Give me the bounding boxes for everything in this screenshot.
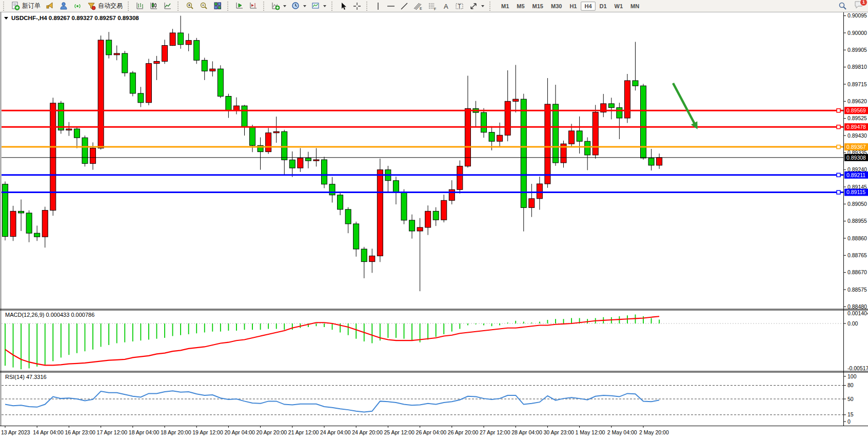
auto-scroll-icon xyxy=(235,2,244,10)
line-chart-icon xyxy=(164,2,172,10)
rsi-label: RSI(14) 47.3316 xyxy=(5,374,47,380)
cursor-icon xyxy=(340,2,348,10)
bear-candle xyxy=(393,181,399,192)
trendline-icon xyxy=(400,2,408,10)
auto-trading-button[interactable]: 自动交易 xyxy=(85,1,125,12)
notifications-button[interactable]: 1 xyxy=(854,1,864,11)
arrows-tool-button[interactable] xyxy=(467,1,486,12)
new-order-icon xyxy=(11,2,20,10)
timeframe-mn-button[interactable]: MN xyxy=(627,2,643,11)
svg-text:A: A xyxy=(444,3,448,10)
vertical-line-icon xyxy=(374,2,382,10)
chart-title: USDCHF-,H4 0.89267 0.89327 0.89257 0.893… xyxy=(11,15,139,21)
bull-candle xyxy=(497,135,503,141)
text-tool-button[interactable]: A xyxy=(440,1,452,12)
price-tick: 0.89430 xyxy=(847,132,867,139)
svg-text:F: F xyxy=(434,7,436,10)
bear-candle xyxy=(617,108,622,118)
new-order-button[interactable]: 新订单 xyxy=(9,1,43,12)
timeframe-m30-button[interactable]: M30 xyxy=(547,2,565,11)
usdchf-h4-chart[interactable]: 0.900950.900000.899050.898100.897150.896… xyxy=(0,12,868,439)
time-label: 20 Apr 04:00 xyxy=(224,429,255,435)
bear-candle xyxy=(242,106,247,127)
bear-candle xyxy=(178,33,184,45)
bear-candle xyxy=(489,132,495,142)
timeframe-d1-button[interactable]: D1 xyxy=(596,2,610,11)
timeframe-m1-button[interactable]: M1 xyxy=(498,2,512,11)
time-label: 30 Apr 23:00 xyxy=(543,429,574,435)
timeframe-h4-button[interactable]: H4 xyxy=(581,2,595,11)
bull-candle xyxy=(98,40,104,148)
sounds-button[interactable] xyxy=(44,1,56,12)
chart-shift-icon xyxy=(249,2,258,10)
candle-chart-mode-button[interactable] xyxy=(148,1,161,12)
zoom-in-button[interactable] xyxy=(184,1,196,12)
text-icon: A xyxy=(442,2,450,10)
time-label: 16 Apr 23:00 xyxy=(65,429,95,435)
price-tick: 0.88860 xyxy=(847,235,867,241)
chart-shift-button[interactable] xyxy=(247,1,260,12)
tile-windows-button[interactable] xyxy=(211,1,224,12)
chart-window[interactable]: 0.900950.900000.899050.898100.897150.896… xyxy=(0,12,868,439)
bear-candle xyxy=(226,97,231,110)
bear-candle xyxy=(26,213,32,233)
fibonacci-tool-button[interactable]: F xyxy=(426,1,439,12)
price-tick: 0.90095 xyxy=(847,12,867,18)
time-label: 26 Apr 04:00 xyxy=(416,429,447,435)
price-tag: 0.89115 xyxy=(846,189,865,195)
indicators-button[interactable] xyxy=(269,1,288,12)
rsi-tick: 80 xyxy=(847,382,854,388)
trendline-tool-button[interactable] xyxy=(398,1,410,12)
bear-candle xyxy=(74,129,80,138)
bull-candle xyxy=(624,81,630,118)
bear-candle xyxy=(34,233,40,237)
bar-chart-icon xyxy=(136,2,145,10)
price-tick: 0.88765 xyxy=(847,252,867,258)
signals-button[interactable] xyxy=(71,1,84,12)
timeframe-m5-button[interactable]: M5 xyxy=(513,2,528,11)
bear-candle xyxy=(18,211,24,213)
text-label-tool-button[interactable]: T xyxy=(453,1,466,12)
line-chart-mode-button[interactable] xyxy=(162,1,174,12)
templates-button[interactable] xyxy=(309,1,328,12)
zoom-out-button[interactable] xyxy=(198,1,210,12)
bear-candle xyxy=(322,160,327,184)
timeframe-w1-button[interactable]: W1 xyxy=(611,2,627,11)
vline-tool-button[interactable] xyxy=(372,1,384,12)
vps-button[interactable] xyxy=(57,1,70,12)
bear-candle xyxy=(345,209,351,224)
auto-trading-label: 自动交易 xyxy=(98,2,123,10)
bull-candle xyxy=(170,33,175,46)
price-tick: 0.88955 xyxy=(847,218,867,224)
bull-candle xyxy=(233,106,239,110)
bull-candle xyxy=(10,211,16,236)
line-handle xyxy=(837,173,840,177)
toolbar-grip xyxy=(177,2,181,11)
channel-tool-button[interactable]: E xyxy=(411,1,425,12)
time-label: 24 Apr 20:00 xyxy=(352,429,383,435)
cursor-tool-button[interactable] xyxy=(338,1,350,12)
timeframe-h1-button[interactable]: H1 xyxy=(566,2,580,11)
toolbar-grip xyxy=(366,2,369,11)
template-icon xyxy=(311,2,320,10)
bar-chart-mode-button[interactable] xyxy=(134,1,147,12)
time-label: 13 Apr 2023 xyxy=(1,429,30,435)
toolbar-grip xyxy=(227,2,230,11)
new-order-label: 新订单 xyxy=(22,2,41,10)
bear-candle xyxy=(585,141,590,155)
bear-candle xyxy=(202,60,207,71)
search-icon[interactable] xyxy=(838,2,847,10)
macd-label: MACD(12,26,9) 0.000433 0.000786 xyxy=(5,312,94,318)
time-label: 27 Apr 12:00 xyxy=(480,429,510,435)
price-tick: 0.89905 xyxy=(847,47,867,53)
hline-tool-button[interactable] xyxy=(385,1,397,12)
timeframe-m15-button[interactable]: M15 xyxy=(529,2,547,11)
auto-scroll-button[interactable] xyxy=(233,1,246,12)
bull-candle xyxy=(505,101,510,135)
bull-candle xyxy=(162,46,168,62)
crosshair-tool-button[interactable] xyxy=(351,1,363,12)
price-tick: 0.88575 xyxy=(847,287,867,293)
periods-button[interactable] xyxy=(289,1,308,12)
price-tag: 0.89367 xyxy=(846,144,866,150)
main-toolbar: 新订单 自动交易 xyxy=(0,0,868,12)
